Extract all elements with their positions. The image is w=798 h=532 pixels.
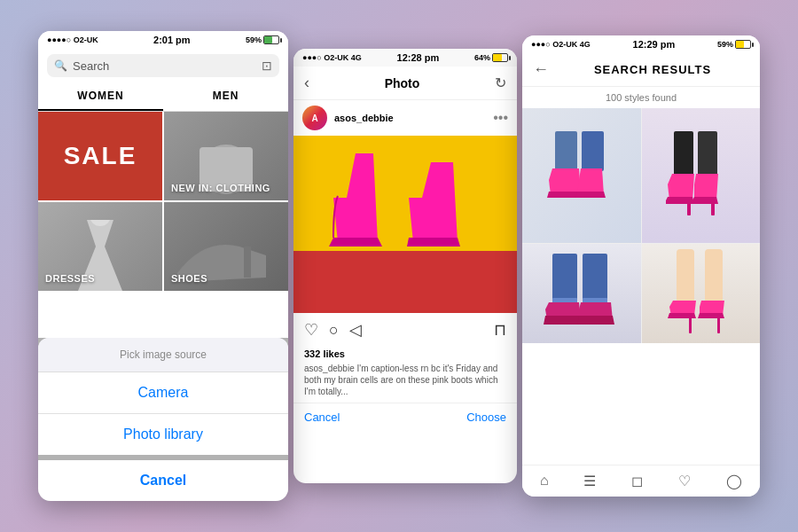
time-3: 12:29 pm [633, 39, 676, 50]
status-bar-2: ●●●○ O2-UK 4G 12:28 pm 64% [293, 49, 517, 66]
search-nav-icon[interactable]: ☰ [583, 473, 596, 489]
result-img-2 [642, 108, 761, 243]
tab-men[interactable]: MEN [163, 82, 288, 111]
photo-title: Photo [385, 76, 420, 90]
username: asos_debbie [334, 113, 394, 123]
caption: asos_debbie I'm caption-less rn bc it's … [293, 361, 517, 403]
result-img-3 [522, 244, 641, 343]
svg-rect-3 [244, 246, 251, 278]
photo-footer: Cancel Choose [293, 403, 517, 431]
share-icon[interactable]: ◁ [349, 320, 362, 340]
grid-cell-new[interactable]: NEW IN: CLOTHING [164, 112, 288, 200]
svg-rect-17 [705, 249, 723, 302]
svg-rect-19 [717, 317, 720, 333]
svg-rect-6 [555, 131, 577, 171]
photo-header: ‹ Photo ↻ [293, 66, 517, 100]
cancel-btn[interactable]: Cancel [304, 411, 340, 424]
bottom-nav: ⌂ ☰ ◻ ♡ ◯ [522, 465, 760, 497]
phone-asos-home: ●●●●○ O2-UK 2:01 pm 59% 🔍 Search ⊡ WOMEN… [38, 31, 288, 501]
likes-count: 332 likes [293, 347, 517, 361]
cancel-button[interactable]: Cancel [38, 460, 288, 501]
svg-rect-11 [711, 202, 715, 215]
svg-rect-7 [582, 131, 604, 171]
results-grid: ♡ £34.99 RAID Alecia Kitten Heel Boots [522, 108, 760, 343]
battery-icon-1 [263, 35, 279, 44]
search-bar[interactable]: 🔍 Search ⊡ [47, 54, 279, 77]
svg-rect-4 [293, 136, 517, 251]
svg-rect-10 [687, 202, 691, 215]
svg-rect-14 [583, 254, 607, 302]
post-image [293, 136, 517, 313]
result-item-2[interactable]: ♡ £45.00 ASOS EMBERLY Point Ankle Boots [642, 108, 761, 243]
back-arrow-3[interactable]: ← [533, 60, 549, 79]
battery-2: 64% [474, 53, 508, 62]
grid-cell-dresses[interactable]: DRESSES [38, 202, 162, 291]
result-info-3 [522, 343, 641, 354]
action-sheet-title: Pick image source [38, 338, 288, 372]
results-header: ← SEARCH RESULTS [522, 53, 760, 87]
battery-3: 59% [717, 40, 751, 49]
bookmark-icon[interactable]: ⊓ [494, 320, 506, 340]
post-actions: ♡ ○ ◁ ⊓ [293, 313, 517, 347]
action-sheet: Pick image source Camera Photo library [38, 338, 288, 455]
result-info-4 [642, 343, 761, 354]
signal-2: ●●●○ O2-UK 4G [302, 53, 362, 62]
results-title: SEARCH RESULTS [556, 63, 749, 76]
avatar: A [302, 106, 327, 130]
tab-women[interactable]: WOMEN [38, 82, 163, 111]
result-img-1 [522, 108, 641, 243]
result-item-4[interactable] [642, 244, 761, 343]
phones-container: ●●●●○ O2-UK 2:01 pm 59% 🔍 Search ⊡ WOMEN… [18, 18, 780, 514]
phone-search-results: ●●●○ O2-UK 4G 12:29 pm 59% ← SEARCH RESU… [522, 35, 760, 497]
svg-rect-9 [698, 131, 717, 176]
svg-rect-5 [293, 251, 517, 313]
shoes-label: SHOES [171, 273, 207, 284]
camera-icon[interactable]: ⊡ [262, 59, 272, 73]
found-count: 100 styles found [522, 87, 760, 108]
svg-rect-12 [552, 254, 577, 302]
battery-pct-2: 64% [474, 53, 490, 62]
camera-option[interactable]: Camera [38, 372, 288, 414]
svg-rect-18 [689, 317, 692, 333]
post-header: A asos_debbie ••• [293, 100, 517, 136]
result-item-3[interactable] [522, 244, 641, 343]
tabs: WOMEN MEN [38, 82, 288, 112]
choose-btn[interactable]: Choose [466, 411, 506, 424]
back-arrow[interactable]: ‹ [304, 74, 309, 92]
action-sheet-overlay: Pick image source Camera Photo library C… [38, 338, 288, 501]
battery-1: 59% [246, 35, 279, 44]
sale-label: SALE [64, 142, 137, 170]
svg-rect-8 [674, 131, 693, 176]
category-grid: SALE NEW IN: CLOTHING [38, 112, 288, 291]
account-icon[interactable]: ◯ [726, 473, 742, 489]
result-img-4 [642, 244, 761, 343]
time-1: 2:01 pm [153, 35, 191, 45]
result-item-1[interactable]: ♡ £34.99 RAID Alecia Kitten Heel Boots [522, 108, 641, 243]
battery-pct-1: 59% [246, 35, 262, 44]
comment-icon[interactable]: ○ [329, 321, 339, 340]
grid-cell-shoes[interactable]: SHOES [164, 202, 288, 291]
battery-icon-3 [735, 40, 751, 49]
signal-1: ●●●●○ O2-UK [47, 35, 98, 44]
battery-pct-3: 59% [717, 40, 733, 49]
more-icon[interactable]: ••• [493, 110, 508, 126]
time-2: 12:28 pm [397, 52, 440, 63]
signal-3: ●●●○ O2-UK 4G [531, 40, 591, 49]
like-icon[interactable]: ♡ [304, 320, 318, 340]
grid-cell-sale[interactable]: SALE [38, 112, 162, 200]
search-icon: 🔍 [54, 59, 67, 72]
search-label: Search [73, 59, 256, 73]
phone-instagram: ●●●○ O2-UK 4G 12:28 pm 64% ‹ Photo ↻ A a… [293, 49, 517, 483]
battery-icon-2 [492, 53, 508, 62]
home-icon[interactable]: ⌂ [540, 473, 549, 489]
dresses-label: DRESSES [45, 273, 95, 284]
status-bar-3: ●●●○ O2-UK 4G 12:29 pm 59% [522, 35, 760, 53]
wishlist-icon[interactable]: ♡ [678, 473, 691, 489]
status-bar-1: ●●●●○ O2-UK 2:01 pm 59% [38, 31, 288, 49]
bag-icon[interactable]: ◻ [631, 473, 643, 489]
svg-rect-16 [677, 249, 694, 302]
new-label: NEW IN: CLOTHING [171, 183, 270, 193]
refresh-icon[interactable]: ↻ [495, 74, 506, 91]
photo-library-option[interactable]: Photo library [38, 414, 288, 455]
